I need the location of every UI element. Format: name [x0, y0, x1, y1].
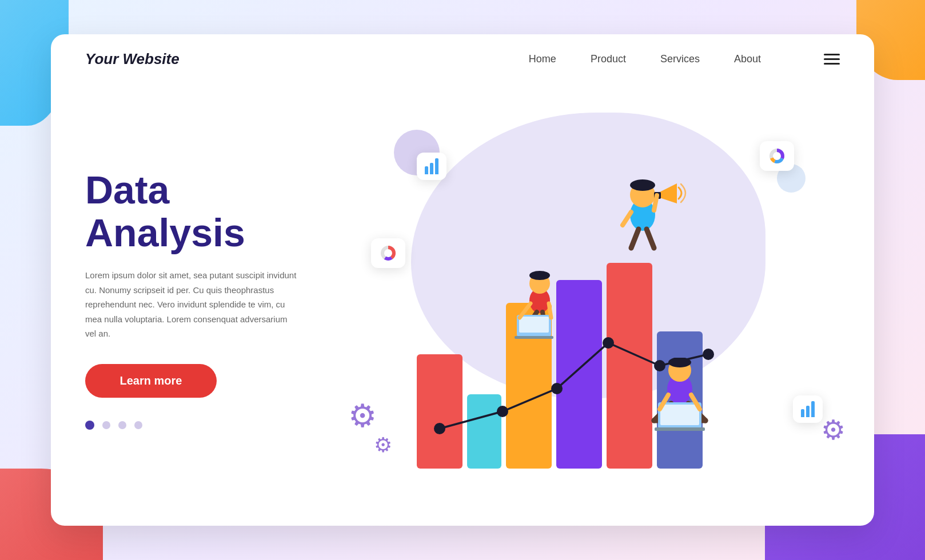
pagination-dots [85, 421, 337, 430]
chart-bar-1 [417, 354, 462, 469]
line-dot-4 [603, 337, 614, 349]
svg-rect-14 [515, 336, 553, 339]
float-card-donut-2 [371, 238, 405, 268]
svg-point-19 [630, 179, 655, 191]
nav-item-product[interactable]: Product [591, 53, 626, 65]
main-card: Your Website Home Product Services About… [51, 34, 874, 526]
person-crosslegged-svg [640, 358, 720, 432]
gear-icon-small: ⚙ [374, 433, 392, 457]
nav-item-services[interactable]: Services [660, 53, 700, 65]
left-panel: Data Analysis Lorem ipsum dolor sit amet… [85, 84, 337, 503]
svg-rect-34 [655, 427, 705, 431]
bar-and-line-chart-svg [400, 240, 777, 469]
logo: Your Website [85, 50, 180, 68]
person-laptop-left [505, 266, 574, 349]
hamburger-menu[interactable] [824, 54, 840, 65]
nav-item-about[interactable]: About [734, 53, 761, 65]
svg-line-22 [654, 195, 657, 210]
right-panel: ⚙ ⚙ ⚙ [337, 84, 840, 503]
svg-rect-33 [660, 405, 699, 425]
donut-chart-icon-2 [379, 244, 397, 262]
float-card-bar-chart-2 [793, 395, 823, 423]
svg-line-24 [631, 229, 639, 248]
dot-3[interactable] [118, 421, 126, 429]
main-nav: Home Product Services About [529, 53, 840, 65]
person-laptop-svg [505, 266, 574, 346]
learn-more-button[interactable]: Learn more [85, 364, 217, 398]
dot-1[interactable] [85, 421, 94, 430]
header: Your Website Home Product Services About [51, 34, 874, 84]
line-dot-1 [434, 423, 445, 434]
hero-title: Data Analysis [85, 169, 337, 254]
dot-4[interactable] [134, 421, 142, 429]
mini-bar-chart-2 [801, 401, 815, 417]
svg-rect-13 [519, 317, 549, 333]
nav-item-home[interactable]: Home [529, 53, 556, 65]
line-dot-2 [497, 406, 508, 417]
svg-line-23 [623, 212, 631, 225]
svg-line-25 [647, 229, 654, 248]
line-dot-3 [551, 383, 563, 394]
svg-line-16 [549, 303, 551, 318]
float-card-donut-1 [760, 141, 794, 171]
person-laptop-right [640, 358, 720, 434]
svg-marker-20 [660, 183, 677, 203]
person-megaphone [611, 163, 691, 257]
mini-bar-chart-1 [425, 158, 438, 174]
donut-chart-icon-1 [768, 147, 786, 165]
chart-bar-2 [467, 394, 501, 469]
gear-icon-right: ⚙ [821, 414, 846, 446]
hero-description: Lorem ipsum dolor sit amet, sea putant s… [85, 268, 297, 341]
chart-illustration [400, 240, 777, 469]
main-content: Data Analysis Lorem ipsum dolor sit amet… [51, 84, 874, 526]
svg-point-9 [529, 271, 550, 280]
dot-2[interactable] [102, 421, 110, 429]
person-megaphone-svg [611, 163, 691, 255]
float-card-bar-chart-1 [417, 153, 446, 180]
gear-icon-large: ⚙ [348, 397, 377, 434]
